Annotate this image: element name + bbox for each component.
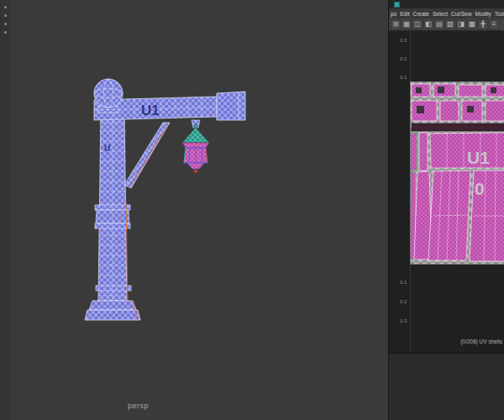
lamp-post-model[interactable]: U1 U bbox=[50, 76, 269, 328]
dim-image-icon[interactable]: ▤ bbox=[434, 19, 444, 29]
checker-map-icon[interactable]: ▦ bbox=[402, 19, 412, 29]
udim-label-secondary: 0 bbox=[475, 179, 485, 198]
layout-uv-icon[interactable]: ≡ bbox=[489, 19, 499, 29]
uv-tile-0-1[interactable]: U1 0 bbox=[410, 81, 504, 265]
camera-label: persp bbox=[128, 402, 149, 410]
uv-panel-lower-area bbox=[389, 353, 504, 420]
udim-label-primary: U1 bbox=[467, 148, 490, 167]
tool-dot-icon bbox=[4, 31, 7, 34]
pixel-snap-icon[interactable]: ╋ bbox=[478, 19, 488, 29]
perspective-viewport[interactable]: U1 U persp bbox=[10, 0, 388, 420]
shade-uv-icon[interactable]: ◨ bbox=[456, 19, 466, 29]
uv-canvas[interactable]: 0.3 0.2 0.1 0.1 0.2 0.3 bbox=[389, 31, 504, 353]
texture-border-icon[interactable]: ▧ bbox=[445, 19, 455, 29]
ruler-label: 0.1 bbox=[400, 75, 407, 80]
lantern-knob bbox=[194, 169, 197, 172]
ruler-label: 0.2 bbox=[400, 56, 407, 61]
menu-item-tools[interactable]: Tools bbox=[495, 11, 504, 17]
uv-editor-menubar: po Edit Create Select Cut/Sew Modify Too… bbox=[389, 8, 504, 18]
uv-editor-tab-icon[interactable] bbox=[394, 2, 400, 8]
menu-item-edit[interactable]: Edit bbox=[400, 11, 409, 17]
uv-editor-panel[interactable]: po Edit Create Select Cut/Sew Modify Too… bbox=[388, 0, 504, 420]
ruler-label: 0.1 bbox=[400, 280, 407, 285]
menu-item-modify[interactable]: Modify bbox=[475, 11, 491, 17]
uv-shells[interactable]: U1 0 bbox=[410, 81, 504, 265]
tile-grid-icon[interactable]: ▩ bbox=[467, 19, 477, 29]
uv-shell-group[interactable] bbox=[411, 84, 504, 261]
ruler-label: 0.3 bbox=[400, 318, 407, 323]
menu-item-cutsew[interactable]: Cut/Sew bbox=[451, 11, 472, 17]
uv-editor-toolbar: ⊞ ▦ ◫ ◧ ▤ ▧ ◨ ▩ ╋ ≡ bbox=[389, 18, 504, 31]
tool-dot-icon bbox=[4, 23, 7, 25]
uv-shell-dark-band[interactable] bbox=[412, 123, 504, 131]
menu-item-polygons[interactable]: po bbox=[391, 11, 396, 17]
tool-dot-icon bbox=[4, 14, 7, 17]
menu-item-create[interactable]: Create bbox=[412, 11, 429, 17]
post-texture-label: U bbox=[104, 144, 110, 153]
uv-editor-tab-bar[interactable] bbox=[389, 0, 504, 8]
ruler-label: 0.3 bbox=[400, 38, 407, 43]
hanging-lantern[interactable] bbox=[182, 120, 209, 173]
menu-item-select[interactable]: Select bbox=[433, 11, 448, 17]
distortion-display-icon[interactable]: ◧ bbox=[423, 19, 433, 29]
left-tool-strip[interactable] bbox=[0, 0, 10, 420]
arm-texture-label: U1 bbox=[141, 102, 160, 118]
ruler-label: 0.2 bbox=[400, 299, 407, 304]
uv-shell-count-status: (0/208) UV shells bbox=[460, 339, 502, 344]
tool-dot-icon bbox=[4, 6, 7, 8]
shell-select-icon[interactable]: ◫ bbox=[412, 19, 423, 29]
grid-toggle-icon[interactable]: ⊞ bbox=[391, 19, 401, 29]
